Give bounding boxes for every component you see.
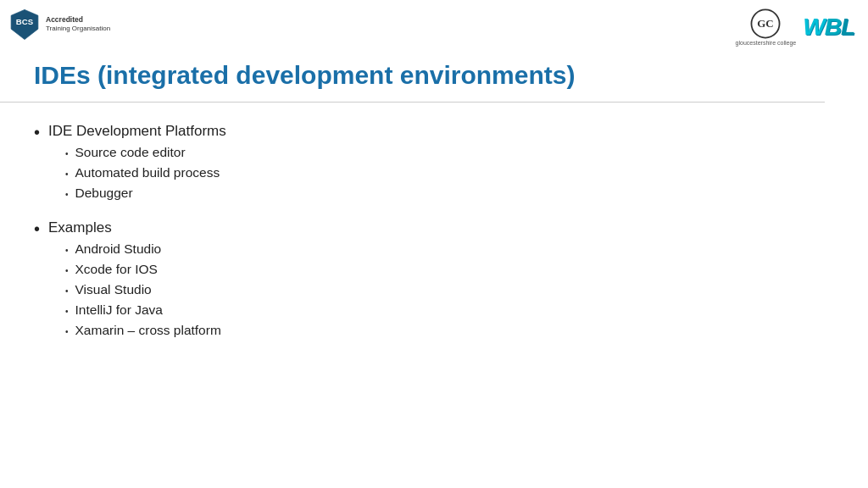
sub-bullet-build-process: • Automated build process (65, 165, 226, 180)
sub-label-build-process: Automated build process (75, 165, 220, 180)
bcs-text: Accredited Training Organisation (46, 15, 110, 33)
slide-title: IDEs (integrated development environment… (0, 46, 868, 98)
main-bullet-examples: • Examples • Android Studio • Xcode for … (34, 218, 834, 343)
sub-bullet-intellij: • IntelliJ for Java (65, 302, 221, 318)
bcs-shield-icon: BCS (8, 8, 41, 41)
sub-bullet-visual-studio: • Visual Studio (65, 282, 221, 297)
sub-label-xamarin: Xamarin – cross platform (75, 323, 221, 338)
section-ide-platforms: • IDE Development Platforms • Source cod… (34, 121, 834, 206)
sub-bullet-xcode: • Xcode for IOS (65, 262, 221, 277)
bcs-logo: BCS Accredited Training Organisation (8, 8, 110, 41)
wbl-letter-w: W (803, 14, 824, 40)
right-logos: GC gloucestershire college WBL (736, 8, 854, 46)
main-bullet-label-2: Examples (48, 219, 112, 236)
main-bullet-ide: • IDE Development Platforms • Source cod… (34, 121, 834, 206)
main-bullet-dot-1: • (34, 121, 40, 143)
sub-dot-5: • (65, 266, 69, 275)
sub-bullets-examples: • Android Studio • Xcode for IOS • Visua… (65, 241, 221, 338)
sub-bullet-debugger: • Debugger (65, 186, 226, 201)
svg-text:BCS: BCS (16, 17, 34, 26)
sub-label-xcode: Xcode for IOS (75, 262, 158, 277)
gc-text: gloucestershire college (736, 40, 797, 46)
sub-label-visual-studio: Visual Studio (75, 282, 152, 297)
bcs-line1: Accredited (46, 15, 110, 25)
gc-logo: GC gloucestershire college (736, 8, 797, 46)
bcs-line2: Training Organisation (46, 25, 110, 33)
main-bullet-dot-2: • (34, 218, 40, 240)
sub-label-source-editor: Source code editor (75, 145, 186, 160)
title-divider (0, 102, 825, 103)
sub-dot-8: • (65, 327, 69, 336)
wbl-logo: WBL (803, 14, 854, 41)
section-examples: • Examples • Android Studio • Xcode for … (34, 218, 834, 343)
main-bullet-label-1: IDE Development Platforms (48, 123, 226, 139)
sub-bullets-ide: • Source code editor • Automated build p… (65, 145, 226, 201)
sub-label-android-studio: Android Studio (75, 241, 162, 257)
sub-label-intellij: IntelliJ for Java (75, 302, 163, 318)
sub-dot-3: • (65, 190, 69, 199)
sub-label-debugger: Debugger (75, 186, 133, 201)
sub-dot-1: • (65, 149, 69, 158)
sub-bullet-android-studio: • Android Studio (65, 241, 221, 257)
svg-text:GC: GC (758, 17, 774, 30)
sub-dot-7: • (65, 307, 69, 316)
wbl-letter-l: L (841, 14, 854, 40)
header: BCS Accredited Training Organisation GC … (0, 0, 868, 46)
sub-dot-4: • (65, 246, 69, 255)
slide-content: • IDE Development Platforms • Source cod… (0, 113, 868, 363)
sub-bullet-xamarin: • Xamarin – cross platform (65, 323, 221, 338)
wbl-letter-b: B (825, 14, 841, 40)
gc-circle-icon: GC (750, 8, 781, 39)
sub-dot-2: • (65, 169, 69, 179)
sub-bullet-source-editor: • Source code editor (65, 145, 226, 160)
sub-dot-6: • (65, 286, 69, 296)
